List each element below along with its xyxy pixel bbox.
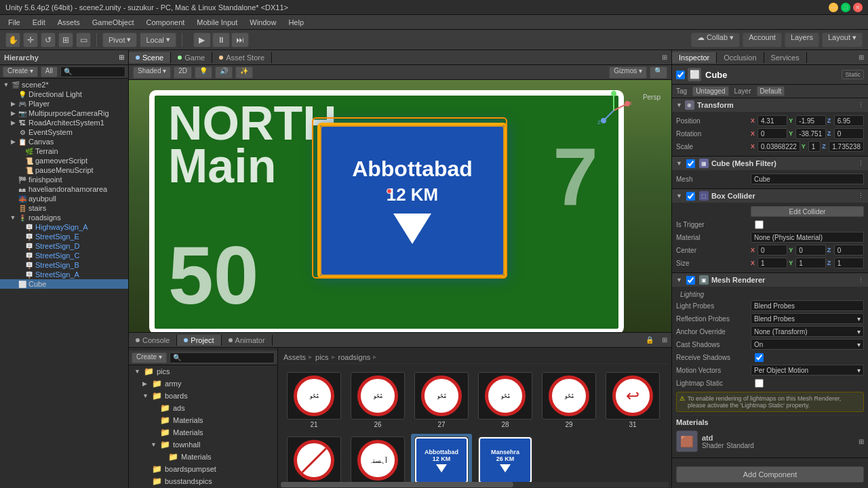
pos-y-input[interactable]: -1.95 bbox=[795, 115, 825, 126]
tree-item-stairs[interactable]: 🪜 stairs bbox=[0, 203, 128, 213]
menu-component[interactable]: Component bbox=[140, 17, 190, 28]
tree-item-pausemenu[interactable]: 📜 pauseMenuScript bbox=[0, 165, 128, 175]
layers-button[interactable]: Layers bbox=[785, 33, 819, 47]
proj-item-boards[interactable]: ▼ 📁 boards bbox=[129, 390, 277, 402]
occlusion-tab[interactable]: Occlusion bbox=[717, 52, 764, 63]
account-button[interactable]: Account bbox=[743, 33, 782, 47]
add-component-button[interactable]: Add Component bbox=[676, 466, 864, 483]
tree-item-terrain[interactable]: 🌿 Terrain bbox=[0, 146, 128, 156]
light-probes-dropdown[interactable]: Blend Probes bbox=[751, 300, 864, 311]
rect-tool-button[interactable]: ▭ bbox=[76, 33, 91, 47]
breadcrumb-pics[interactable]: pics bbox=[315, 353, 329, 361]
transform-header[interactable]: ▼ ⊕ Transform ⋮ bbox=[672, 98, 868, 112]
asset-store-tab[interactable]: Asset Store bbox=[212, 52, 272, 63]
tag-value[interactable]: Untagged bbox=[692, 86, 728, 96]
project-scrollbar[interactable] bbox=[281, 482, 669, 487]
pos-z-input[interactable]: 6.95 bbox=[834, 115, 864, 126]
game-tab[interactable]: Game bbox=[171, 52, 212, 63]
receive-shadows-checkbox[interactable] bbox=[755, 353, 764, 362]
rot-x-input[interactable]: 0 bbox=[757, 128, 787, 139]
tree-item-highwaysign[interactable]: 🪧 HighwaySign_A bbox=[0, 222, 128, 232]
hand-tool-button[interactable]: ✋ bbox=[5, 33, 20, 47]
object-active-checkbox[interactable] bbox=[676, 70, 685, 79]
asset-item-28[interactable]: مُحُو 28 bbox=[475, 369, 536, 431]
material-options[interactable]: ⊞ bbox=[859, 438, 864, 445]
pos-x-input[interactable]: 4.31 bbox=[757, 115, 787, 126]
menu-window[interactable]: Window bbox=[244, 17, 281, 28]
rot-z-input[interactable]: 0 bbox=[834, 128, 864, 139]
proj-item-boardspumpset[interactable]: 📁 boardspumpset bbox=[129, 463, 277, 475]
close-button[interactable]: ✕ bbox=[853, 3, 863, 12]
transform-options[interactable]: ⋮ bbox=[858, 102, 864, 108]
breadcrumb-assets[interactable]: Assets bbox=[283, 353, 306, 361]
bc-material-field[interactable]: None (Physic Material) bbox=[751, 232, 864, 243]
layout-button[interactable]: Layout ▾ bbox=[822, 33, 863, 47]
tree-item-player[interactable]: ▶ 🎮 Player bbox=[0, 99, 128, 108]
asset-item-34[interactable]: 34 bbox=[283, 434, 344, 482]
pivot-button[interactable]: Pivot ▾ bbox=[102, 33, 137, 47]
local-button[interactable]: Local ▾ bbox=[140, 33, 176, 47]
services-tab[interactable]: Services bbox=[764, 52, 807, 63]
scene-tab[interactable]: Scene bbox=[129, 52, 171, 63]
scale-y-input[interactable]: 1 bbox=[808, 141, 821, 152]
edit-collider-btn[interactable]: Edit Collider bbox=[751, 206, 864, 217]
bottom-expand[interactable]: ⊞ bbox=[658, 336, 671, 344]
tree-item-road-architect[interactable]: ▶ 🏗 RoadArchitectSystem1 bbox=[0, 118, 128, 127]
tree-item-directional-light[interactable]: 💡 Directional Light bbox=[0, 89, 128, 99]
scene-expand[interactable]: ⊞ bbox=[658, 54, 671, 61]
hierarchy-all-button[interactable]: All bbox=[41, 66, 58, 77]
proj-item-ads[interactable]: 📁 ads bbox=[129, 402, 277, 414]
lightmap-static-checkbox[interactable] bbox=[755, 379, 764, 388]
bc-cy-input[interactable]: 0 bbox=[795, 245, 825, 256]
2d-button[interactable]: 2D bbox=[174, 66, 192, 79]
console-tab[interactable]: Console bbox=[129, 335, 177, 346]
menu-assets[interactable]: Assets bbox=[52, 17, 85, 28]
project-create-button[interactable]: Create ▾ bbox=[132, 352, 167, 363]
mr-options[interactable]: ⋮ bbox=[858, 277, 864, 283]
project-scrollbar-thumb[interactable] bbox=[281, 482, 513, 487]
static-badge[interactable]: Static bbox=[842, 70, 864, 79]
bc-checkbox[interactable] bbox=[686, 192, 695, 201]
scene-view[interactable]: NORTHMain 50 Abbottabad 12 KM 7 bbox=[129, 80, 671, 332]
asset-item-27[interactable]: مُحُو 27 bbox=[411, 369, 472, 431]
pause-button[interactable]: ⏸ bbox=[212, 33, 230, 47]
tree-item-gameover[interactable]: 📜 gameoverScript bbox=[0, 156, 128, 165]
cast-shadows-dropdown[interactable]: On ▾ bbox=[751, 339, 864, 350]
inspector-expand[interactable]: ⊞ bbox=[854, 54, 868, 61]
bc-cx-input[interactable]: 0 bbox=[757, 245, 787, 256]
menu-help[interactable]: Help bbox=[283, 17, 309, 28]
proj-item-materials-3[interactable]: 📁 Materials bbox=[129, 451, 277, 463]
tree-item-eventsystem[interactable]: ⚙ EventSystem bbox=[0, 127, 128, 137]
proj-item-townhall[interactable]: ▼ 📁 townhall bbox=[129, 439, 277, 451]
audio-button[interactable]: 🔊 bbox=[215, 66, 233, 79]
tree-item-streetsign-b[interactable]: 🪧 StreetSign_B bbox=[0, 260, 128, 270]
mr-checkbox[interactable] bbox=[686, 276, 695, 285]
breadcrumb-roadsigns[interactable]: roadsigns bbox=[338, 353, 371, 361]
tree-item-streetsign-a[interactable]: 🪧 StreetSign_A bbox=[0, 270, 128, 279]
menu-file[interactable]: File bbox=[3, 17, 26, 28]
scene-search[interactable]: 🔍 bbox=[650, 66, 667, 79]
anchor-override-dropdown[interactable]: None (Transform) ▾ bbox=[751, 326, 864, 337]
reflection-probes-dropdown[interactable]: Blend Probes ▾ bbox=[751, 313, 864, 324]
mesh-renderer-header[interactable]: ▼ ▣ Mesh Renderer ⋮ bbox=[672, 273, 868, 287]
scale-x-input[interactable]: 0.03868222 bbox=[757, 141, 800, 152]
animator-tab[interactable]: Animator bbox=[222, 335, 273, 346]
tree-item-streetsign-d[interactable]: 🪧 StreetSign_D bbox=[0, 241, 128, 251]
minimize-button[interactable]: — bbox=[829, 3, 838, 12]
scale-tool-button[interactable]: ⊞ bbox=[58, 33, 73, 47]
asset-item-26[interactable]: مُحُو 26 bbox=[347, 369, 408, 431]
proj-item-materials-2[interactable]: 📁 Materials bbox=[129, 426, 277, 439]
bc-sz-input[interactable]: 1 bbox=[834, 258, 864, 268]
asset-item-man[interactable]: Mansehra26 KM man bbox=[475, 434, 536, 482]
bc-sy-input[interactable]: 1 bbox=[795, 258, 825, 268]
bc-sx-input[interactable]: 1 bbox=[757, 258, 787, 268]
lights-button[interactable]: 💡 bbox=[195, 66, 212, 79]
asset-item-21[interactable]: مُحُو 21 bbox=[283, 369, 344, 431]
project-search[interactable]: 🔍 bbox=[170, 352, 275, 363]
proj-item-materials-1[interactable]: 📁 Materials bbox=[129, 414, 277, 426]
mf-checkbox[interactable] bbox=[686, 159, 695, 168]
bc-cz-input[interactable]: 0 bbox=[834, 245, 864, 256]
maximize-button[interactable]: □ bbox=[841, 3, 850, 12]
asset-item-29[interactable]: مُحُو 29 bbox=[538, 369, 599, 431]
mf-options[interactable]: ⋮ bbox=[858, 160, 864, 167]
